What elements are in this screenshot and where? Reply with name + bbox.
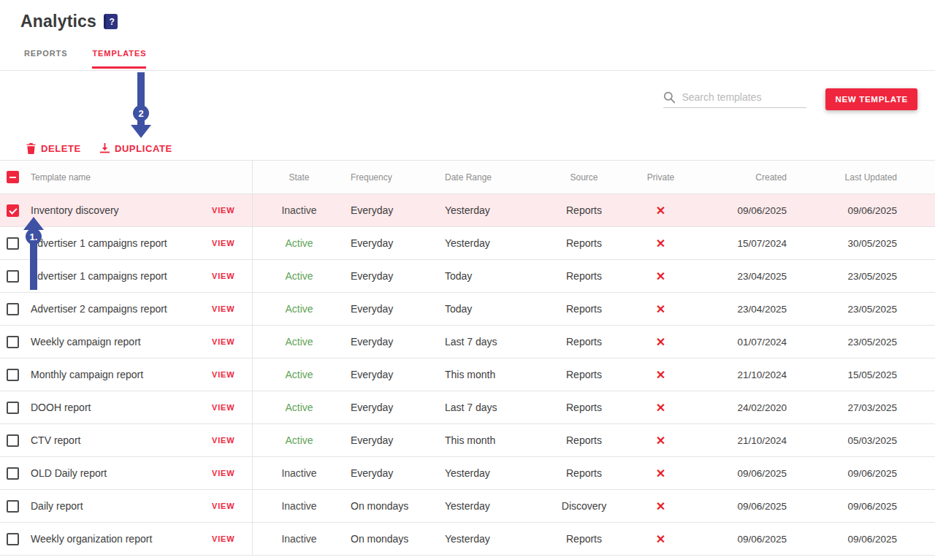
view-link[interactable]: VIEW [212, 457, 252, 489]
view-link[interactable]: VIEW [212, 358, 252, 391]
private-x-icon: ✕ [626, 523, 695, 555]
view-link[interactable]: VIEW [212, 424, 252, 456]
duplicate-button[interactable]: DUPLICATE [100, 143, 172, 154]
table-row: Daily report VIEW Inactive On mondays Ye… [0, 490, 935, 523]
row-checkbox[interactable] [7, 533, 19, 545]
header-template-name: Template name [31, 161, 212, 193]
state-cell: Active [252, 326, 346, 358]
date-range-cell: Last 7 days [440, 391, 542, 423]
view-link[interactable]: VIEW [212, 260, 252, 292]
created-cell: 09/06/2025 [695, 490, 787, 522]
updated-cell: 23/05/2025 [787, 260, 935, 292]
created-cell: 24/02/2020 [695, 391, 787, 423]
source-cell: Reports [542, 523, 626, 555]
row-checkbox[interactable] [7, 270, 19, 283]
updated-cell: 23/05/2025 [787, 326, 935, 358]
tab-templates[interactable]: TEMPLATES [92, 49, 146, 69]
created-cell: 23/04/2025 [695, 260, 787, 292]
frequency-cell: Everyday [346, 194, 440, 226]
view-link[interactable]: VIEW [212, 391, 252, 423]
view-link[interactable]: VIEW [212, 490, 252, 522]
template-name: OLD Daily report [31, 457, 212, 489]
date-range-cell: Yesterday [440, 490, 542, 522]
state-cell: Active [252, 227, 346, 259]
templates-table: Template name State Frequency Date Range… [0, 160, 935, 556]
updated-cell: 15/05/2025 [787, 358, 935, 391]
header-state: State [252, 161, 346, 193]
private-x-icon: ✕ [626, 194, 695, 226]
controls-row: NEW TEMPLATE [0, 71, 935, 110]
search-input[interactable] [682, 91, 806, 103]
source-cell: Reports [542, 293, 626, 325]
source-cell: Reports [542, 457, 626, 489]
header-frequency: Frequency [346, 161, 440, 193]
new-template-button[interactable]: NEW TEMPLATE [825, 88, 917, 110]
table-row: DOOH report VIEW Active Everyday Last 7 … [0, 391, 935, 424]
template-name: Weekly campaign report [31, 326, 212, 358]
table-row: Advertiser 1 campaigns report VIEW Activ… [0, 260, 935, 293]
view-link[interactable]: VIEW [212, 194, 252, 226]
frequency-cell: Everyday [346, 326, 440, 358]
tab-reports[interactable]: REPORTS [24, 49, 67, 69]
private-x-icon: ✕ [626, 391, 695, 423]
created-cell: 01/07/2024 [695, 326, 787, 358]
private-x-icon: ✕ [626, 227, 695, 259]
private-x-icon: ✕ [626, 260, 695, 292]
view-link[interactable]: VIEW [212, 523, 252, 555]
row-checkbox[interactable] [7, 336, 19, 348]
date-range-cell: Yesterday [440, 194, 542, 226]
frequency-cell: On mondays [346, 490, 440, 522]
date-range-cell: Yesterday [440, 227, 542, 259]
created-cell: 09/06/2025 [695, 457, 787, 489]
header-private: Private [626, 161, 695, 193]
header-source: Source [542, 161, 626, 193]
source-cell: Reports [542, 227, 626, 259]
delete-button[interactable]: DELETE [26, 143, 81, 154]
view-link[interactable]: VIEW [212, 293, 252, 325]
row-checkbox[interactable] [7, 369, 19, 381]
template-name: Advertiser 1 campaigns report [31, 227, 212, 259]
date-range-cell: This month [440, 358, 542, 391]
frequency-cell: Everyday [346, 391, 440, 423]
view-link[interactable]: VIEW [212, 227, 252, 259]
table-header-row: Template name State Frequency Date Range… [0, 161, 935, 194]
updated-cell: 09/06/2025 [787, 457, 935, 489]
created-cell: 21/10/2024 [695, 358, 787, 391]
row-checkbox[interactable] [7, 500, 19, 513]
date-range-cell: Yesterday [440, 523, 542, 555]
row-checkbox[interactable] [7, 303, 19, 315]
header-created: Created [695, 161, 787, 193]
table-row: Advertiser 2 campaigns report VIEW Activ… [0, 293, 935, 326]
download-icon [100, 143, 110, 153]
row-checkbox[interactable] [7, 204, 19, 217]
select-all-checkbox[interactable] [7, 171, 19, 183]
help-icon[interactable]: ? [104, 14, 118, 29]
row-checkbox[interactable] [7, 237, 19, 250]
source-cell: Reports [542, 194, 626, 226]
frequency-cell: Everyday [346, 457, 440, 489]
source-cell: Reports [542, 358, 626, 391]
updated-cell: 09/06/2025 [787, 194, 935, 226]
state-cell: Active [252, 260, 346, 292]
page-title: Analytics [20, 12, 96, 31]
template-name: Weekly organization report [31, 523, 212, 555]
updated-cell: 30/05/2025 [787, 227, 935, 259]
trash-icon [26, 143, 36, 154]
created-cell: 09/06/2025 [695, 523, 787, 555]
table-row: CTV report VIEW Active Everyday This mon… [0, 424, 935, 457]
private-x-icon: ✕ [626, 457, 695, 489]
state-cell: Inactive [252, 490, 346, 522]
view-link[interactable]: VIEW [212, 326, 252, 358]
duplicate-label: DUPLICATE [115, 143, 172, 154]
updated-cell: 09/06/2025 [787, 490, 935, 522]
source-cell: Discovery [542, 490, 626, 522]
row-checkbox[interactable] [7, 402, 19, 414]
date-range-cell: Last 7 days [440, 326, 542, 358]
row-checkbox[interactable] [7, 434, 19, 447]
search-box[interactable] [663, 91, 806, 108]
date-range-cell: Today [440, 293, 542, 325]
row-checkbox[interactable] [7, 467, 19, 480]
template-name: DOOH report [31, 391, 212, 423]
updated-cell: 09/06/2025 [787, 523, 935, 555]
header-last-updated: Last Updated [787, 161, 935, 193]
